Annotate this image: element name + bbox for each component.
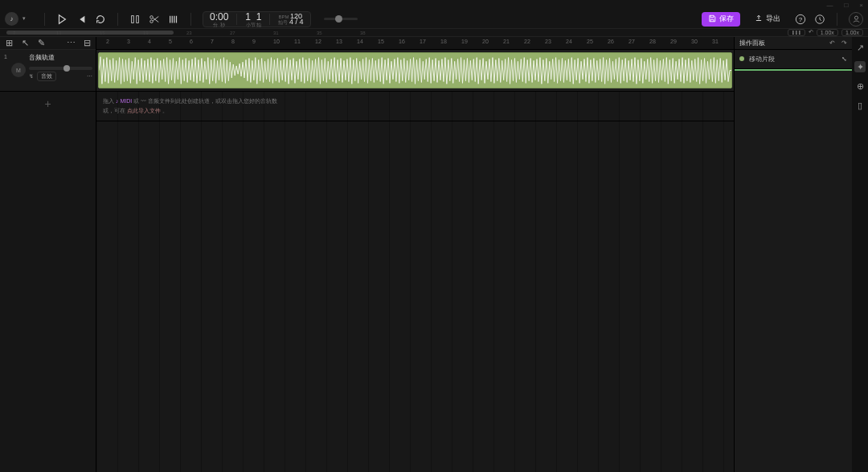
time-unit-sec: 秒 xyxy=(220,23,225,27)
undo-small-icon[interactable]: ↶ xyxy=(809,29,813,36)
ruler-tick: 7 xyxy=(211,39,214,44)
scissors-button[interactable] xyxy=(149,14,160,25)
beat-readout: 1 xyxy=(256,11,262,23)
ruler-tick: 30 xyxy=(691,39,698,44)
skip-start-button[interactable] xyxy=(76,14,87,25)
dropzone-text: 或 xyxy=(133,98,141,104)
ruler-tick: 9 xyxy=(252,39,256,44)
zoom-horizontal[interactable]: 1.00x xyxy=(817,29,838,36)
tool-pointer-icon[interactable]: ↖ xyxy=(21,39,29,47)
ruler-tick: 10 xyxy=(273,39,280,44)
track-fx-icon[interactable]: ↯ xyxy=(29,73,34,80)
save-button-label: 保存 xyxy=(719,14,734,24)
save-button[interactable]: 保存 xyxy=(702,12,740,27)
overview-tick: 27 xyxy=(230,31,235,35)
ruler-tick: 5 xyxy=(169,39,172,44)
window-close-button[interactable]: × xyxy=(859,2,863,9)
add-track-button[interactable]: + xyxy=(0,92,96,116)
bar-readout: 1 xyxy=(245,11,251,23)
overview-tick: 38 xyxy=(360,31,366,35)
dropzone-text: 拖入 xyxy=(103,98,116,104)
slider-knob-icon xyxy=(63,65,70,72)
divider xyxy=(269,14,270,25)
track-monitor-button[interactable]: M xyxy=(11,63,26,77)
divider xyxy=(44,13,45,26)
loop-button[interactable] xyxy=(95,14,106,25)
rail-panel-icon[interactable]: ▯ xyxy=(854,100,866,111)
dropzone-hint[interactable]: 拖入 ♪ MIDI 或 〰 音频文件到此处创建轨道，或双击拖入您好的音轨数 或，… xyxy=(96,92,734,121)
history-button[interactable] xyxy=(814,14,825,25)
ruler-tick: 19 xyxy=(461,39,468,44)
track-fx-label[interactable]: 音效 xyxy=(37,72,56,81)
audio-clip[interactable] xyxy=(98,52,732,88)
beat-unit: 拍 xyxy=(256,23,261,27)
ruler-tick: 3 xyxy=(127,39,130,44)
import-file-link[interactable]: 点此导入文件 xyxy=(127,108,161,113)
window-maximize-button[interactable]: □ xyxy=(844,2,848,9)
time-readout: 0:00 xyxy=(210,11,228,23)
ruler-tick: 6 xyxy=(190,39,193,44)
side-rail: ↗ ✦ ⊕ ▯ xyxy=(852,37,868,472)
redo-icon[interactable]: ↷ xyxy=(841,39,847,47)
help-button[interactable]: ? xyxy=(795,14,806,25)
export-button-label: 导出 xyxy=(766,14,780,24)
svg-point-3 xyxy=(150,19,154,23)
rail-ai-icon[interactable]: ✦ xyxy=(854,61,866,72)
track-header[interactable]: 1 M 音频轨道 ↯ 音效 ⋯ xyxy=(0,50,96,92)
track-volume-slider[interactable] xyxy=(29,67,92,70)
zoom-vertical[interactable]: 1.00x xyxy=(841,29,863,36)
property-row[interactable]: 移动片段 ⤡ xyxy=(735,50,852,69)
waveform-icon xyxy=(99,53,731,88)
rail-popout-icon[interactable]: ↗ xyxy=(854,42,866,53)
ruler-tick: 26 xyxy=(608,39,614,44)
dropzone-text: 音频文件到此处创建轨道，或双击拖入您好的音轨数 xyxy=(148,98,277,104)
accent-underline xyxy=(735,69,852,71)
ruler-tick: 11 xyxy=(294,39,301,44)
master-volume-slider[interactable] xyxy=(324,18,358,20)
user-avatar-button[interactable] xyxy=(849,12,863,27)
overview-tick: 7 xyxy=(13,31,15,35)
top-toolbar: ♪ 0:00 分 秒 xyxy=(0,10,868,29)
ruler-tick: 25 xyxy=(587,39,593,44)
overview-tick: 11 xyxy=(56,31,62,35)
main-area: ⊞ ↖ ✎ ⋯ ⊟ 1 M 音频轨道 ↯ 音效 ⋯ xyxy=(0,37,868,472)
music-note-icon: ♪ xyxy=(10,15,14,23)
track-index: 1 xyxy=(3,53,8,88)
transport-display[interactable]: 0:00 分 秒 1 1 小节 拍 BPM 120 拍号 4 / 4 xyxy=(203,11,311,27)
play-button[interactable] xyxy=(56,14,68,25)
divider xyxy=(117,13,118,26)
tool-collapse-icon[interactable]: ⊟ xyxy=(83,39,91,47)
svg-point-7 xyxy=(854,16,858,19)
ruler-tick: 31 xyxy=(712,39,719,44)
dropzone-text: 。 xyxy=(162,108,168,113)
rail-add-icon[interactable]: ⊕ xyxy=(854,80,866,92)
ruler-tick: 29 xyxy=(670,39,677,44)
track-lane[interactable] xyxy=(96,50,734,92)
ruler-tick: 20 xyxy=(482,39,489,44)
expand-icon[interactable]: ⤡ xyxy=(841,55,847,63)
app-menu-button[interactable]: ♪ xyxy=(5,12,18,26)
track-name-label[interactable]: 音频轨道 xyxy=(29,53,92,62)
bars-button[interactable] xyxy=(168,14,179,25)
tool-select-icon[interactable]: ⊞ xyxy=(5,39,13,47)
timeline-ruler[interactable]: 2 3 4 5 6 7 8 9 10 11 12 13 14 15 16 17 … xyxy=(96,37,734,50)
divider xyxy=(236,14,237,25)
svg-rect-0 xyxy=(132,15,134,23)
export-button[interactable]: 导出 xyxy=(748,12,787,27)
arrangement-overview[interactable]: 7 11 15 19 23 27 31 35 38 ⫿⫿⫿ ↶ 1.00x 1.… xyxy=(0,29,868,37)
ruler-tick: 18 xyxy=(440,39,447,44)
ruler-tick: 2 xyxy=(106,39,109,44)
timesig-label: 拍号 xyxy=(278,20,288,25)
window-minimize-button[interactable]: — xyxy=(826,2,833,9)
floppy-icon xyxy=(708,14,716,24)
minimap-icon[interactable]: ⫿⫿⫿ xyxy=(788,29,805,36)
tool-more-icon[interactable]: ⋯ xyxy=(67,39,75,47)
ruler-tick: 27 xyxy=(628,39,635,44)
track-more-icon[interactable]: ⋯ xyxy=(87,73,92,80)
timeline-empty-area[interactable] xyxy=(96,121,734,472)
tool-pencil-icon[interactable]: ✎ xyxy=(37,39,45,47)
timesig-value[interactable]: 4 / 4 xyxy=(289,18,304,26)
metronome-button[interactable] xyxy=(129,14,141,25)
ruler-tick: 15 xyxy=(378,39,384,44)
undo-icon[interactable]: ↶ xyxy=(829,39,835,47)
